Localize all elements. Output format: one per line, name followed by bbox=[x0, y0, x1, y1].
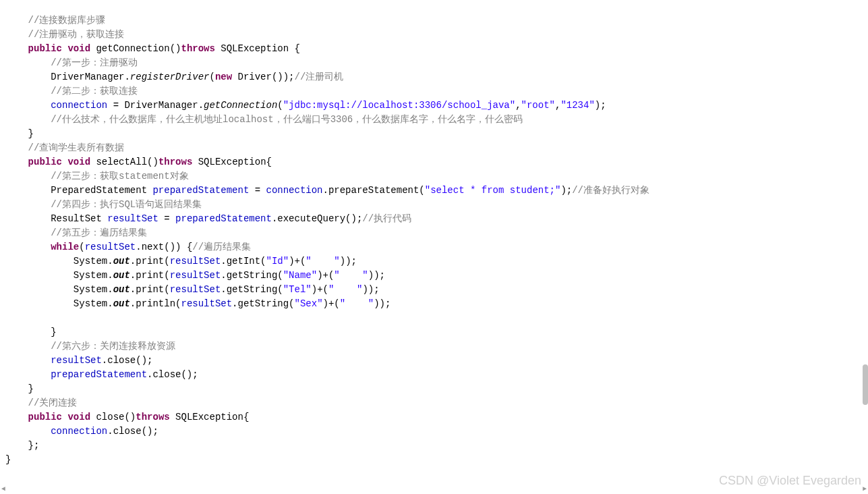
comment: //第三步：获取statement对象 bbox=[51, 171, 188, 182]
keyword-new: new bbox=[215, 72, 232, 82]
code-block: //连接数据库步骤 //注册驱动，获取连接 public void getCon… bbox=[0, 13, 868, 467]
field: connection bbox=[51, 426, 107, 437]
comment: //连接数据库步骤 bbox=[28, 15, 106, 26]
comment: //关闭连接 bbox=[28, 397, 78, 408]
comment: //第一步：注册驱动 bbox=[51, 57, 138, 68]
comment: //注册司机 bbox=[295, 72, 344, 82]
local-var: preparedStatement bbox=[152, 185, 249, 196]
string-literal: "root" bbox=[521, 100, 555, 111]
static-field: out bbox=[113, 256, 130, 267]
method-name: getConnection bbox=[96, 43, 169, 54]
keyword-public: public bbox=[28, 43, 62, 54]
string-literal: "1234" bbox=[560, 100, 594, 111]
keyword-while: while bbox=[51, 242, 79, 252]
comment: //什么技术，什么数据库，什么主机地址localhost，什么端口号3306，什… bbox=[51, 114, 523, 125]
method-static: registerDriver bbox=[130, 72, 210, 82]
vertical-scrollbar-thumb[interactable] bbox=[863, 364, 868, 405]
keyword-void: void bbox=[67, 43, 90, 54]
comment: //第五步：遍历结果集 bbox=[51, 227, 147, 238]
field: connection bbox=[266, 185, 323, 196]
comment: //第六步：关闭连接释放资源 bbox=[51, 341, 175, 352]
method-name: close bbox=[96, 412, 124, 422]
field: connection bbox=[51, 100, 107, 111]
method-static: getConnection bbox=[204, 100, 277, 111]
comment: //第二步：获取连接 bbox=[51, 86, 138, 97]
comment: //查询学生表所有数据 bbox=[28, 142, 125, 153]
comment: //第四步：执行SQL语句返回结果集 bbox=[51, 199, 202, 210]
comment: //准备好执行对象 bbox=[572, 185, 649, 196]
string-literal: "jdbc:mysql://localhost:3306/school_java… bbox=[283, 100, 515, 111]
keyword-throws: throws bbox=[181, 43, 214, 54]
comment: //遍历结果集 bbox=[192, 242, 251, 252]
method-name: selectAll bbox=[96, 157, 147, 167]
local-var: resultSet bbox=[107, 213, 158, 224]
comment: //执行代码 bbox=[362, 213, 411, 224]
string-literal: "select * from student;" bbox=[425, 185, 561, 196]
comment: //注册驱动，获取连接 bbox=[28, 29, 125, 40]
